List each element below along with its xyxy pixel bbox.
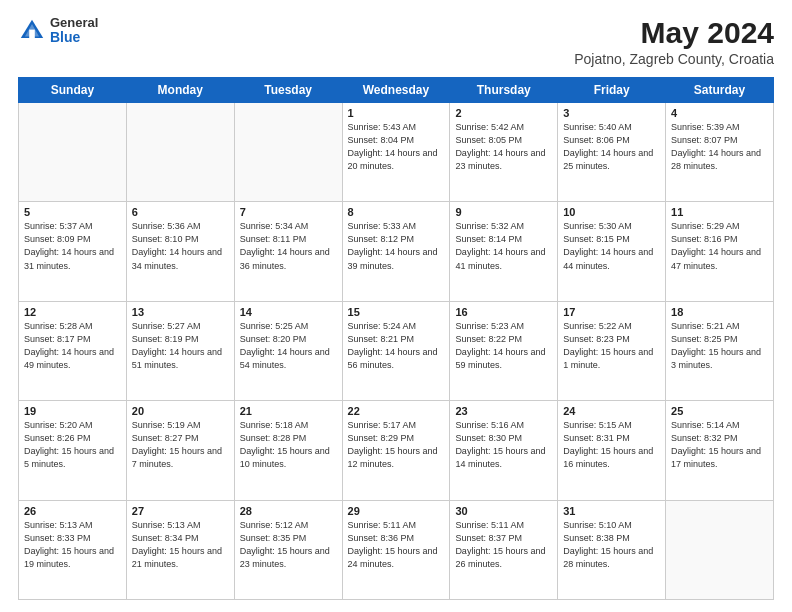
calendar-cell: 30Sunrise: 5:11 AM Sunset: 8:37 PM Dayli… bbox=[450, 500, 558, 599]
cell-text: Sunrise: 5:12 AM Sunset: 8:35 PM Dayligh… bbox=[240, 519, 337, 571]
day-number: 30 bbox=[455, 505, 552, 517]
day-number: 24 bbox=[563, 405, 660, 417]
calendar-cell: 9Sunrise: 5:32 AM Sunset: 8:14 PM Daylig… bbox=[450, 202, 558, 301]
calendar-cell: 27Sunrise: 5:13 AM Sunset: 8:34 PM Dayli… bbox=[126, 500, 234, 599]
cell-text: Sunrise: 5:40 AM Sunset: 8:06 PM Dayligh… bbox=[563, 121, 660, 173]
day-of-week-header: Friday bbox=[558, 78, 666, 103]
day-number: 29 bbox=[348, 505, 445, 517]
day-number: 7 bbox=[240, 206, 337, 218]
cell-text: Sunrise: 5:36 AM Sunset: 8:10 PM Dayligh… bbox=[132, 220, 229, 272]
calendar-cell: 20Sunrise: 5:19 AM Sunset: 8:27 PM Dayli… bbox=[126, 401, 234, 500]
calendar-cell: 1Sunrise: 5:43 AM Sunset: 8:04 PM Daylig… bbox=[342, 103, 450, 202]
calendar-cell: 12Sunrise: 5:28 AM Sunset: 8:17 PM Dayli… bbox=[19, 301, 127, 400]
day-number: 10 bbox=[563, 206, 660, 218]
day-number: 12 bbox=[24, 306, 121, 318]
cell-text: Sunrise: 5:20 AM Sunset: 8:26 PM Dayligh… bbox=[24, 419, 121, 471]
logo-text: General Blue bbox=[50, 16, 98, 46]
title-block: May 2024 Pojatno, Zagreb County, Croatia bbox=[574, 16, 774, 67]
calendar-cell: 11Sunrise: 5:29 AM Sunset: 8:16 PM Dayli… bbox=[666, 202, 774, 301]
cell-text: Sunrise: 5:24 AM Sunset: 8:21 PM Dayligh… bbox=[348, 320, 445, 372]
cell-text: Sunrise: 5:33 AM Sunset: 8:12 PM Dayligh… bbox=[348, 220, 445, 272]
calendar-week-row: 26Sunrise: 5:13 AM Sunset: 8:33 PM Dayli… bbox=[19, 500, 774, 599]
cell-text: Sunrise: 5:11 AM Sunset: 8:36 PM Dayligh… bbox=[348, 519, 445, 571]
cell-text: Sunrise: 5:34 AM Sunset: 8:11 PM Dayligh… bbox=[240, 220, 337, 272]
day-number: 27 bbox=[132, 505, 229, 517]
cell-text: Sunrise: 5:28 AM Sunset: 8:17 PM Dayligh… bbox=[24, 320, 121, 372]
calendar-week-row: 1Sunrise: 5:43 AM Sunset: 8:04 PM Daylig… bbox=[19, 103, 774, 202]
day-of-week-header: Monday bbox=[126, 78, 234, 103]
cell-text: Sunrise: 5:22 AM Sunset: 8:23 PM Dayligh… bbox=[563, 320, 660, 372]
cell-text: Sunrise: 5:14 AM Sunset: 8:32 PM Dayligh… bbox=[671, 419, 768, 471]
calendar-cell: 17Sunrise: 5:22 AM Sunset: 8:23 PM Dayli… bbox=[558, 301, 666, 400]
calendar-cell: 5Sunrise: 5:37 AM Sunset: 8:09 PM Daylig… bbox=[19, 202, 127, 301]
day-number: 23 bbox=[455, 405, 552, 417]
calendar-cell: 16Sunrise: 5:23 AM Sunset: 8:22 PM Dayli… bbox=[450, 301, 558, 400]
calendar-week-row: 19Sunrise: 5:20 AM Sunset: 8:26 PM Dayli… bbox=[19, 401, 774, 500]
day-number: 19 bbox=[24, 405, 121, 417]
calendar-cell: 23Sunrise: 5:16 AM Sunset: 8:30 PM Dayli… bbox=[450, 401, 558, 500]
cell-text: Sunrise: 5:17 AM Sunset: 8:29 PM Dayligh… bbox=[348, 419, 445, 471]
day-number: 8 bbox=[348, 206, 445, 218]
calendar-table: SundayMondayTuesdayWednesdayThursdayFrid… bbox=[18, 77, 774, 600]
day-number: 17 bbox=[563, 306, 660, 318]
day-number: 21 bbox=[240, 405, 337, 417]
calendar-cell: 24Sunrise: 5:15 AM Sunset: 8:31 PM Dayli… bbox=[558, 401, 666, 500]
page: General Blue May 2024 Pojatno, Zagreb Co… bbox=[0, 0, 792, 612]
calendar-cell: 8Sunrise: 5:33 AM Sunset: 8:12 PM Daylig… bbox=[342, 202, 450, 301]
day-number: 25 bbox=[671, 405, 768, 417]
day-number: 18 bbox=[671, 306, 768, 318]
cell-text: Sunrise: 5:15 AM Sunset: 8:31 PM Dayligh… bbox=[563, 419, 660, 471]
cell-text: Sunrise: 5:18 AM Sunset: 8:28 PM Dayligh… bbox=[240, 419, 337, 471]
logo-general-text: General bbox=[50, 16, 98, 30]
cell-text: Sunrise: 5:25 AM Sunset: 8:20 PM Dayligh… bbox=[240, 320, 337, 372]
calendar-week-row: 12Sunrise: 5:28 AM Sunset: 8:17 PM Dayli… bbox=[19, 301, 774, 400]
day-number: 3 bbox=[563, 107, 660, 119]
cell-text: Sunrise: 5:27 AM Sunset: 8:19 PM Dayligh… bbox=[132, 320, 229, 372]
location: Pojatno, Zagreb County, Croatia bbox=[574, 51, 774, 67]
calendar-cell: 13Sunrise: 5:27 AM Sunset: 8:19 PM Dayli… bbox=[126, 301, 234, 400]
calendar-header-row: SundayMondayTuesdayWednesdayThursdayFrid… bbox=[19, 78, 774, 103]
calendar-cell: 15Sunrise: 5:24 AM Sunset: 8:21 PM Dayli… bbox=[342, 301, 450, 400]
calendar-week-row: 5Sunrise: 5:37 AM Sunset: 8:09 PM Daylig… bbox=[19, 202, 774, 301]
day-number: 26 bbox=[24, 505, 121, 517]
calendar-cell: 14Sunrise: 5:25 AM Sunset: 8:20 PM Dayli… bbox=[234, 301, 342, 400]
calendar-cell: 19Sunrise: 5:20 AM Sunset: 8:26 PM Dayli… bbox=[19, 401, 127, 500]
calendar-cell: 7Sunrise: 5:34 AM Sunset: 8:11 PM Daylig… bbox=[234, 202, 342, 301]
calendar-cell: 10Sunrise: 5:30 AM Sunset: 8:15 PM Dayli… bbox=[558, 202, 666, 301]
cell-text: Sunrise: 5:19 AM Sunset: 8:27 PM Dayligh… bbox=[132, 419, 229, 471]
logo: General Blue bbox=[18, 16, 98, 46]
calendar-cell: 3Sunrise: 5:40 AM Sunset: 8:06 PM Daylig… bbox=[558, 103, 666, 202]
calendar-cell: 4Sunrise: 5:39 AM Sunset: 8:07 PM Daylig… bbox=[666, 103, 774, 202]
cell-text: Sunrise: 5:29 AM Sunset: 8:16 PM Dayligh… bbox=[671, 220, 768, 272]
logo-blue-text: Blue bbox=[50, 30, 98, 45]
day-of-week-header: Thursday bbox=[450, 78, 558, 103]
day-number: 5 bbox=[24, 206, 121, 218]
day-of-week-header: Wednesday bbox=[342, 78, 450, 103]
month-title: May 2024 bbox=[574, 16, 774, 49]
cell-text: Sunrise: 5:21 AM Sunset: 8:25 PM Dayligh… bbox=[671, 320, 768, 372]
cell-text: Sunrise: 5:16 AM Sunset: 8:30 PM Dayligh… bbox=[455, 419, 552, 471]
cell-text: Sunrise: 5:13 AM Sunset: 8:34 PM Dayligh… bbox=[132, 519, 229, 571]
calendar-cell: 21Sunrise: 5:18 AM Sunset: 8:28 PM Dayli… bbox=[234, 401, 342, 500]
day-number: 14 bbox=[240, 306, 337, 318]
calendar-cell: 29Sunrise: 5:11 AM Sunset: 8:36 PM Dayli… bbox=[342, 500, 450, 599]
svg-rect-2 bbox=[29, 29, 35, 37]
day-of-week-header: Tuesday bbox=[234, 78, 342, 103]
header: General Blue May 2024 Pojatno, Zagreb Co… bbox=[18, 16, 774, 67]
calendar-cell bbox=[19, 103, 127, 202]
calendar-cell: 25Sunrise: 5:14 AM Sunset: 8:32 PM Dayli… bbox=[666, 401, 774, 500]
day-of-week-header: Sunday bbox=[19, 78, 127, 103]
day-number: 28 bbox=[240, 505, 337, 517]
cell-text: Sunrise: 5:13 AM Sunset: 8:33 PM Dayligh… bbox=[24, 519, 121, 571]
calendar-cell: 28Sunrise: 5:12 AM Sunset: 8:35 PM Dayli… bbox=[234, 500, 342, 599]
day-number: 9 bbox=[455, 206, 552, 218]
calendar-cell: 26Sunrise: 5:13 AM Sunset: 8:33 PM Dayli… bbox=[19, 500, 127, 599]
day-number: 20 bbox=[132, 405, 229, 417]
calendar-cell bbox=[126, 103, 234, 202]
cell-text: Sunrise: 5:39 AM Sunset: 8:07 PM Dayligh… bbox=[671, 121, 768, 173]
calendar-cell: 22Sunrise: 5:17 AM Sunset: 8:29 PM Dayli… bbox=[342, 401, 450, 500]
cell-text: Sunrise: 5:43 AM Sunset: 8:04 PM Dayligh… bbox=[348, 121, 445, 173]
day-number: 13 bbox=[132, 306, 229, 318]
calendar-cell: 18Sunrise: 5:21 AM Sunset: 8:25 PM Dayli… bbox=[666, 301, 774, 400]
day-number: 11 bbox=[671, 206, 768, 218]
